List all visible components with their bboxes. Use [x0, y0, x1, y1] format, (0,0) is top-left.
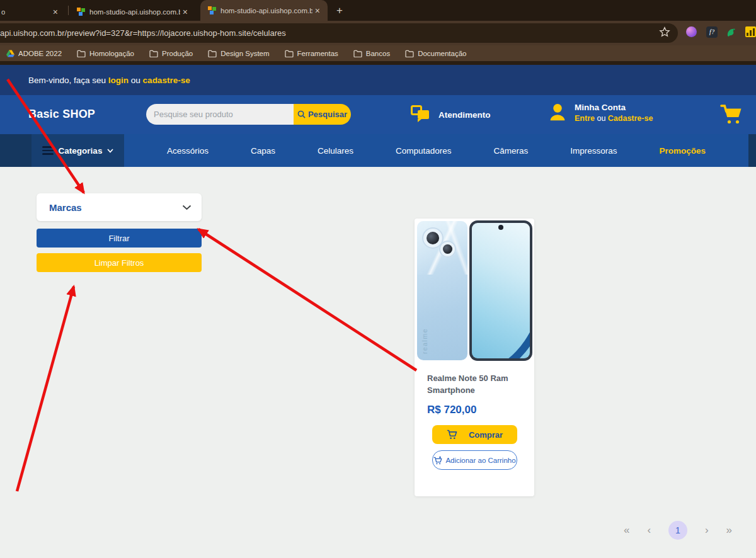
browser-tab-2[interactable]: hom-studio-api.uishop.com.br/ × — [71, 3, 195, 21]
search-bar: Pesquisar — [146, 104, 351, 125]
account-title: Minha Conta — [575, 103, 653, 112]
tab-close-icon[interactable]: × — [312, 6, 323, 16]
browser-toolbar: api.uishop.com.br/preview?id=327&r=https… — [0, 21, 756, 45]
folder-icon — [149, 50, 158, 57]
brands-label: Marcas — [49, 202, 182, 213]
folder-icon — [405, 50, 414, 57]
bookmark-label: Documentação — [418, 50, 466, 57]
store-header: Basic SHOP Pesquisar Atendimento Minha C — [0, 95, 756, 134]
nav-item-celulares[interactable]: Celulares — [318, 146, 353, 156]
product-price: R$ 720,00 — [427, 404, 476, 416]
bookmark-label: Design System — [220, 50, 269, 57]
register-link[interactable]: Cadastre-se — [608, 114, 653, 123]
chevron-down-icon — [107, 149, 113, 153]
browser-tab-1[interactable]: o × — [0, 3, 66, 21]
bookmark-ferramentas[interactable]: Ferramentas — [285, 50, 338, 57]
extension-green-bird-icon[interactable] — [726, 26, 737, 40]
register-link[interactable]: cadastre-se — [143, 76, 190, 85]
tab-close-icon[interactable]: × — [180, 7, 190, 17]
nav-item-impressoras[interactable]: Impressoras — [570, 146, 617, 156]
chevron-down-icon — [182, 205, 192, 210]
site-favicon — [208, 6, 216, 14]
hamburger-icon — [42, 146, 54, 155]
folder-icon — [353, 50, 362, 57]
tab-strip: o × hom-studio-api.uishop.com.br/ × hom-… — [0, 0, 756, 21]
tab-title: hom-studio-api.uishop.com.br/ — [89, 8, 180, 16]
pagination-next[interactable]: › — [705, 524, 709, 537]
bookmark-star-icon[interactable] — [659, 26, 670, 40]
cart-icon — [720, 105, 743, 125]
bookmark-label: Ferramentas — [297, 50, 338, 57]
search-icon — [297, 110, 306, 118]
bookmark-documentacao[interactable]: Documentação — [405, 50, 466, 57]
search-input[interactable] — [146, 104, 294, 125]
cart-plus-icon — [433, 456, 442, 465]
extension-purple-icon[interactable] — [686, 26, 697, 37]
chat-icon — [411, 105, 431, 124]
category-nav: Categorias Acessórios Capas Celulares Co… — [0, 134, 756, 167]
account-menu[interactable]: Minha Conta Entre ou Cadastre-se — [549, 103, 653, 123]
welcome-text: Bem-vindo, faça seu login ou cadastre-se — [28, 76, 190, 85]
tab-divider — [68, 6, 69, 15]
address-bar[interactable]: api.uishop.com.br/preview?id=327&r=https… — [0, 23, 678, 43]
pagination-first[interactable]: « — [624, 524, 629, 537]
nav-item-capas[interactable]: Capas — [251, 146, 275, 156]
phone-front — [469, 220, 532, 361]
cart-button[interactable] — [720, 105, 743, 128]
search-button[interactable]: Pesquisar — [294, 104, 351, 125]
bookmark-bancos[interactable]: Bancos — [353, 50, 390, 57]
nav-item-cameras[interactable]: Câmeras — [493, 146, 528, 156]
cart-icon — [447, 430, 457, 440]
login-link[interactable]: Entre — [575, 114, 595, 123]
clear-filters-button[interactable]: Limpar Filtros — [37, 253, 202, 272]
screen: o × hom-studio-api.uishop.com.br/ × hom-… — [0, 0, 756, 558]
site-favicon — [77, 8, 85, 16]
support-label: Atendimento — [438, 110, 491, 120]
account-links: Entre ou Cadastre-se — [575, 114, 653, 123]
folder-icon — [208, 50, 217, 57]
folder-icon — [285, 50, 294, 57]
apply-filters-button[interactable]: Filtrar — [37, 229, 202, 248]
buy-button[interactable]: Comprar — [432, 425, 517, 444]
pagination: « ‹ 1 › » — [624, 521, 732, 540]
product-image[interactable]: realme — [415, 219, 534, 363]
nav-item-computadores[interactable]: Computadores — [396, 146, 452, 156]
product-card: realme Realme Note 50 Ram Smartphone R$ … — [415, 219, 534, 496]
product-name[interactable]: Realme Note 50 Ram Smartphone — [427, 372, 508, 396]
add-to-cart-button[interactable]: Adicionar ao Carrinho — [432, 450, 517, 470]
categories-dropdown[interactable]: Categorias — [32, 134, 124, 167]
bookmark-label: Produção — [162, 50, 193, 57]
support-link[interactable]: Atendimento — [411, 105, 491, 124]
login-link[interactable]: login — [108, 76, 129, 85]
extension-lighthouse-icon[interactable] — [745, 26, 756, 37]
pagination-page-1[interactable]: 1 — [668, 521, 687, 540]
phone-back: realme — [417, 221, 467, 360]
nav-item-acessorios[interactable]: Acessórios — [167, 146, 209, 156]
browser-tab-active[interactable]: hom-studio-api.uishop.com.br/ × — [200, 0, 328, 21]
categories-label: Categorias — [59, 146, 103, 156]
brands-filter-select[interactable]: Marcas — [37, 193, 202, 221]
pagination-last[interactable]: » — [726, 524, 732, 537]
folder-icon — [77, 50, 86, 57]
nav-item-promocoes[interactable]: Promoções — [659, 146, 706, 156]
welcome-bar: Bem-vindo, faça seu login ou cadastre-se — [0, 65, 756, 95]
bookmark-producao[interactable]: Produção — [149, 50, 193, 57]
pagination-prev[interactable]: ‹ — [647, 524, 651, 537]
bookmarks-bar: ADOBE 2022 Homologação Produção Design S… — [0, 45, 756, 61]
tab-close-icon[interactable]: × — [50, 7, 60, 17]
bookmark-label: Bancos — [366, 50, 390, 57]
drive-icon — [6, 50, 14, 57]
tab-title: o — [1, 8, 5, 16]
tab-title: hom-studio-api.uishop.com.br/ — [220, 7, 312, 14]
phone-brand-text: realme — [421, 328, 428, 354]
extension-fonts-icon[interactable]: f? — [706, 26, 718, 38]
store-logo[interactable]: Basic SHOP — [28, 108, 95, 121]
page-content: Marcas Filtrar Limpar Filtros realme Rea… — [0, 167, 756, 558]
user-icon — [549, 103, 566, 123]
new-tab-button[interactable]: + — [333, 4, 346, 18]
bookmark-label: Homologação — [89, 50, 134, 57]
bookmark-label: ADOBE 2022 — [18, 50, 62, 57]
bookmark-adobe[interactable]: ADOBE 2022 — [6, 50, 62, 57]
bookmark-design-system[interactable]: Design System — [208, 50, 269, 57]
bookmark-homologacao[interactable]: Homologação — [77, 50, 134, 57]
